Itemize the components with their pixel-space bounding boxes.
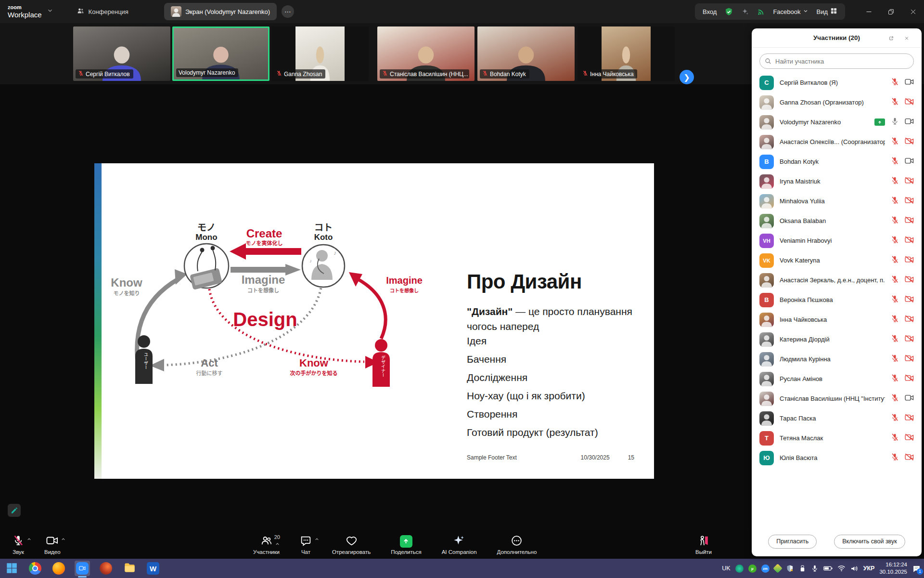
taskbar-app-file-explorer[interactable] <box>122 561 137 576</box>
video-tile[interactable]: Інна Чайковська <box>578 26 675 81</box>
video-tile[interactable]: Ganna Zhosan <box>271 26 369 81</box>
participant-row[interactable]: Volodymyr Nazarenko <box>752 112 922 132</box>
participant-name: Сергій Виткалов (Я) <box>780 79 885 86</box>
video-tile[interactable]: Станіслав Василішин (ННЦ... <box>377 26 475 81</box>
tab-conference[interactable]: Конференция <box>70 3 135 20</box>
login-button[interactable]: Вход <box>703 8 717 15</box>
participant-row[interactable]: BBohdan Kotyk <box>752 152 922 171</box>
view-button[interactable]: Вид <box>816 7 837 16</box>
ai-button[interactable]: AI Companion <box>440 531 479 559</box>
participant-row[interactable]: ТТетяна Маслак <box>752 428 922 448</box>
chevron-up-icon[interactable] <box>275 541 280 548</box>
toolbar-button-label: Выйти <box>695 549 712 555</box>
taskbar-app-browser-orange[interactable] <box>51 561 66 576</box>
participant-row[interactable]: Станіслав Василішин (ННЦ "Інститут... <box>752 389 922 408</box>
security-shield-icon[interactable] <box>724 7 733 16</box>
participant-row[interactable]: ВВероніка Пєшкова <box>752 290 922 310</box>
taskbar-app-chrome[interactable] <box>27 561 43 576</box>
zoom-icon <box>76 562 89 575</box>
toolbar-button-label: Участники <box>253 549 280 555</box>
participant-row[interactable]: ССергій Виткалов (Я) <box>752 73 922 92</box>
participant-name: Катерина Діордій <box>780 336 885 343</box>
facebook-stream-button[interactable]: Facebook <box>773 8 808 15</box>
participant-row[interactable]: Катерина Діордій <box>752 329 922 349</box>
mic-off-icon <box>891 433 899 443</box>
participant-name: Анастасія Зеркаль, д.е.н., доцент, п... <box>780 276 885 284</box>
participant-name: Станіслав Василішин (ННЦ "Інститут... <box>780 395 885 402</box>
invite-button[interactable]: Пригласить <box>768 535 817 549</box>
battery-icon[interactable] <box>823 565 833 572</box>
participant-name: Iryna Maistriuk <box>780 178 885 185</box>
share-button[interactable]: Поделиться <box>389 531 424 559</box>
next-videos-button[interactable]: ❯ <box>680 70 694 84</box>
chevron-up-icon[interactable] <box>26 536 32 543</box>
participant-row[interactable]: Анастасія Зеркаль, д.е.н., доцент, п... <box>752 270 922 290</box>
participants-button[interactable]: 20 Участники <box>251 531 282 559</box>
video-tile[interactable]: Bohdan Kotyk <box>477 26 575 81</box>
logo-chevron-down-icon[interactable] <box>47 7 53 16</box>
wifi-icon[interactable] <box>837 565 846 572</box>
close-panel-icon[interactable] <box>901 33 912 43</box>
participant-row[interactable]: Iryna Maistriuk <box>752 171 922 191</box>
unmute-self-button[interactable]: Включить свой звук <box>834 535 905 549</box>
participant-row[interactable]: Oksana Balaban <box>752 211 922 231</box>
participant-row[interactable]: Інна Чайковська <box>752 310 922 329</box>
word-icon: W <box>147 562 159 575</box>
svg-text:Mono: Mono <box>195 233 217 242</box>
mic-off-icon <box>891 236 899 246</box>
video-tile[interactable]: Сергій Виткалов <box>73 26 170 81</box>
taskbar-app-zoom[interactable] <box>75 561 90 576</box>
audio-button[interactable]: Звук <box>11 531 26 559</box>
more-button[interactable]: Дополнительно <box>495 531 539 559</box>
tray-app-green-icon[interactable] <box>735 565 744 573</box>
window-minimize-button[interactable] <box>858 0 880 23</box>
participant-row[interactable]: Людмила Курінна <box>752 349 922 369</box>
participant-row[interactable]: Руслан Амінов <box>752 369 922 389</box>
taskbar-app-word[interactable]: W <box>145 561 161 576</box>
avatar <box>759 392 774 406</box>
vpn-diamond-icon[interactable] <box>774 565 781 572</box>
security-shield-warning-icon[interactable] <box>786 565 794 573</box>
participant-name: Veniamin Hrabovyi <box>780 237 885 244</box>
chevron-up-icon[interactable] <box>314 536 320 543</box>
participant-row[interactable]: ЮЮлія Васюта <box>752 448 922 468</box>
react-button[interactable]: Отреагировать <box>330 531 372 559</box>
leave-button[interactable]: Выйти <box>693 531 714 559</box>
ai-sparkle-icon[interactable] <box>741 8 749 16</box>
popout-panel-icon[interactable] <box>886 33 897 43</box>
svg-text:デザイナー: デザイナー <box>381 355 385 377</box>
participant-row[interactable]: VHVeniamin Hrabovyi <box>752 231 922 250</box>
clock[interactable]: 16:12:2430.10.2025 <box>879 561 907 576</box>
annotate-button[interactable] <box>8 504 21 517</box>
video-button[interactable]: Видео <box>42 531 63 559</box>
tab-more-button[interactable]: ⋯ <box>282 5 294 18</box>
taskbar-app-start[interactable] <box>4 561 19 576</box>
usb-icon[interactable] <box>799 565 806 572</box>
keyboard-layout-left[interactable]: UK <box>722 565 730 572</box>
participant-row[interactable]: VKVovk Kateryna <box>752 250 922 270</box>
mic-tray-icon[interactable] <box>811 565 819 572</box>
participant-row[interactable]: Тарас Паска <box>752 408 922 428</box>
chat-button[interactable]: Чат <box>298 531 314 559</box>
file-explorer-icon <box>123 561 136 576</box>
zoom-tray-icon[interactable]: zm <box>761 565 770 573</box>
keyboard-layout[interactable]: УКР <box>863 565 875 572</box>
exit-icon <box>698 535 710 548</box>
search-input[interactable] <box>759 53 914 69</box>
volume-icon[interactable] <box>850 565 859 572</box>
utorrent-icon[interactable]: µ <box>748 565 757 573</box>
notifications-icon[interactable]: 1 <box>912 564 921 573</box>
grid-view-icon <box>830 7 837 16</box>
design-cycle-diagram: ♪ ♪ モノ Mono コト Koto Create モノを実体化し Imagi… <box>102 177 438 451</box>
tab-screen-share[interactable]: Экран (Volodymyr Nazarenko) <box>164 3 277 20</box>
participant-row[interactable]: Minhalova Yuliia <box>752 191 922 211</box>
video-tile[interactable]: Volodymyr Nazarenko <box>172 26 270 81</box>
participant-row[interactable]: Ganna Zhosan (Организатор) <box>752 92 922 112</box>
window-close-button[interactable] <box>902 0 924 23</box>
participant-status-icons <box>891 97 914 107</box>
participant-row[interactable]: Анастасія Олексіїв... (Соорганизатор) <box>752 132 922 152</box>
taskbar-app-browser-dark[interactable] <box>98 561 114 576</box>
participant-status-icons <box>891 275 914 285</box>
window-restore-button[interactable] <box>880 0 902 23</box>
chevron-up-icon[interactable] <box>61 536 66 543</box>
